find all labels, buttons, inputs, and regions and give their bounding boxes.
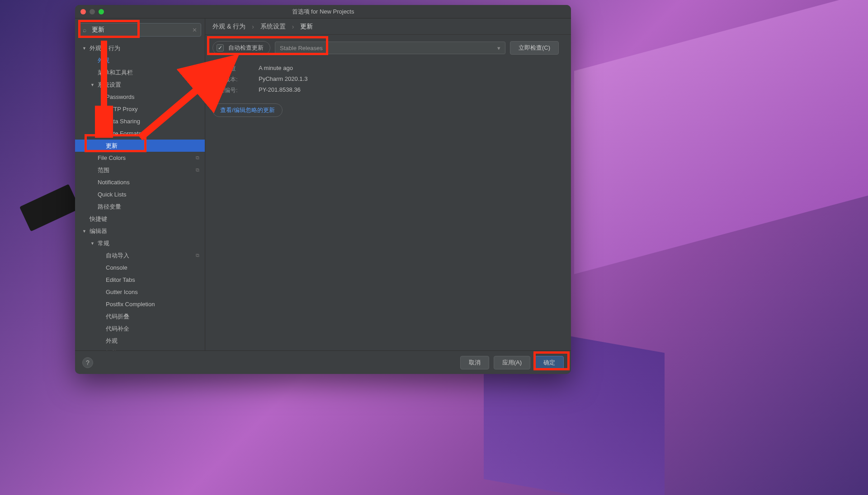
zoom-icon[interactable] xyxy=(99,9,104,14)
sidebar-item-label: HTTP Proxy xyxy=(106,106,138,112)
sidebar-item[interactable]: Postfix Completion xyxy=(75,298,205,310)
sidebar-item-label: Postfix Completion xyxy=(106,301,155,308)
crumb-root[interactable]: 外观 & 行为 xyxy=(212,23,245,31)
main-panel: 外观 & 行为 › 系统设置 › 更新 ✓ 自动检查更新 Stable Rele… xyxy=(205,19,571,350)
search-field[interactable]: ⌕ ✕ xyxy=(79,23,201,37)
sidebar-item-label: 系统设置 xyxy=(98,81,121,89)
sidebar-item-label: 外观 xyxy=(106,337,118,345)
sidebar-item-label: Gutter Icons xyxy=(106,289,138,295)
crumb-current: 更新 xyxy=(300,23,313,31)
project-level-icon: ⧉ xyxy=(196,167,199,173)
sidebar-item-label: 编辑器 xyxy=(90,227,107,235)
build-number-value: PY-201.8538.36 xyxy=(259,86,564,94)
sidebar-item[interactable]: Notifications xyxy=(75,176,205,188)
project-level-icon: ⧉ xyxy=(196,155,199,161)
auto-check-updates-toggle[interactable]: ✓ 自动检查更新 xyxy=(212,41,270,55)
disclosure-triangle-icon: ▼ xyxy=(90,83,96,87)
sidebar-item-label: 外观 & 行为 xyxy=(90,44,120,52)
sidebar-item-label: 常规 xyxy=(98,239,109,248)
sidebar-item-label: 更新 xyxy=(106,142,118,150)
update-info: 上次检查 A minute ago 当前版本: PyCharm 2020.1.3… xyxy=(212,65,564,94)
chevron-down-icon: ▾ xyxy=(497,45,500,51)
preferences-window: 首选项 for New Projects ⌕ ✕ ▼外观 & 行为外观菜单和工具… xyxy=(75,5,571,374)
sidebar-item-label: 智能 Keys xyxy=(106,349,132,351)
disclosure-triangle-icon: ▼ xyxy=(90,241,96,246)
sidebar-item-label: File Colors xyxy=(98,154,126,161)
current-version-label: 当前版本: xyxy=(212,75,250,84)
crumb-parent[interactable]: 系统设置 xyxy=(260,23,286,31)
sidebar-item-label: 路径变量 xyxy=(98,203,121,211)
sidebar-item[interactable]: ▼常规 xyxy=(75,237,205,249)
disclosure-triangle-icon: ▼ xyxy=(82,229,88,233)
sidebar-item-label: 菜单和工具栏 xyxy=(98,69,133,77)
sidebar-item[interactable]: 路径变量 xyxy=(75,201,205,213)
sidebar-item-label: Console xyxy=(106,264,127,271)
last-check-label: 上次检查 xyxy=(212,65,250,73)
ok-button[interactable]: 确定 xyxy=(535,356,564,369)
dialog-footer: ? 取消 应用(A) 确定 xyxy=(75,350,571,374)
search-icon: ⌕ xyxy=(83,26,86,33)
sidebar-item[interactable]: Passwords xyxy=(75,91,205,103)
sidebar-item[interactable]: File Colors⧉ xyxy=(75,152,205,164)
sidebar-item-label: Quick Lists xyxy=(98,191,127,198)
channel-value: Stable Releases xyxy=(280,45,323,51)
settings-tree[interactable]: ▼外观 & 行为外观菜单和工具栏▼系统设置PasswordsHTTP Proxy… xyxy=(75,41,205,350)
check-now-button[interactable]: 立即检查(C) xyxy=(510,41,559,55)
sidebar-item[interactable]: ▼智能 Keys xyxy=(75,347,205,350)
sidebar-item[interactable]: Console xyxy=(75,262,205,274)
sidebar-item[interactable]: 外观 xyxy=(75,335,205,347)
clear-icon[interactable]: ✕ xyxy=(192,27,197,33)
window-title: 首选项 for New Projects xyxy=(75,8,571,16)
chevron-right-icon: › xyxy=(292,23,294,30)
checkbox-checked-icon: ✓ xyxy=(217,44,224,51)
project-level-icon: ⧉ xyxy=(196,252,199,258)
help-button[interactable]: ? xyxy=(82,357,93,368)
sidebar-item[interactable]: Data Sharing xyxy=(75,115,205,127)
current-version-value: PyCharm 2020.1.3 xyxy=(259,75,564,84)
last-check-value: A minute ago xyxy=(259,65,564,73)
sidebar-item-label: 代码折叠 xyxy=(106,313,129,321)
sidebar-item[interactable]: Editor Tabs xyxy=(75,274,205,286)
sidebar-item-label: Editor Tabs xyxy=(106,276,135,283)
sidebar-item[interactable]: HTTP Proxy xyxy=(75,103,205,115)
sidebar-item-label: 外观 xyxy=(98,56,109,65)
sidebar-item[interactable]: Quick Lists xyxy=(75,188,205,201)
update-channel-select[interactable]: Stable Releases ▾ xyxy=(275,42,505,54)
close-icon[interactable] xyxy=(80,9,86,14)
sidebar-item[interactable]: 自动导入⧉ xyxy=(75,249,205,262)
minimize-icon[interactable] xyxy=(90,9,95,14)
traffic-lights xyxy=(80,9,104,14)
chevron-right-icon: › xyxy=(252,23,254,30)
disclosure-triangle-icon: ▼ xyxy=(82,46,88,51)
sidebar-item-label: Data Sharing xyxy=(106,118,140,125)
sidebar-item-label: 自动导入 xyxy=(106,252,129,260)
breadcrumb: 外观 & 行为 › 系统设置 › 更新 xyxy=(205,19,571,35)
auto-check-label: 自动检查更新 xyxy=(228,44,264,52)
sidebar-item-label: 快捷键 xyxy=(90,215,107,223)
search-input[interactable] xyxy=(92,26,189,33)
sidebar-item[interactable]: 更新 xyxy=(75,140,205,152)
apply-button[interactable]: 应用(A) xyxy=(494,356,530,369)
sidebar-item[interactable]: 代码补全 xyxy=(75,322,205,335)
sidebar-item-label: 范围 xyxy=(98,166,109,174)
sidebar-item-label: Passwords xyxy=(106,93,135,100)
sidebar-item[interactable]: ▼外观 & 行为 xyxy=(75,42,205,54)
sidebar-item[interactable]: Date Formats xyxy=(75,127,205,140)
build-number-label: 构建编号: xyxy=(212,86,250,94)
sidebar-item-label: Date Formats xyxy=(106,130,142,137)
sidebar-item-label: 代码补全 xyxy=(106,325,129,333)
sidebar-item[interactable]: ▼系统设置 xyxy=(75,79,205,91)
sidebar-item[interactable]: 外观 xyxy=(75,54,205,66)
cancel-button[interactable]: 取消 xyxy=(460,356,489,369)
sidebar-item[interactable]: ▼编辑器 xyxy=(75,225,205,237)
titlebar[interactable]: 首选项 for New Projects xyxy=(75,5,571,19)
sidebar-item[interactable]: Gutter Icons xyxy=(75,286,205,298)
sidebar-item[interactable]: 代码折叠 xyxy=(75,310,205,322)
sidebar-item-label: Notifications xyxy=(98,179,130,186)
sidebar: ⌕ ✕ ▼外观 & 行为外观菜单和工具栏▼系统设置PasswordsHTTP P… xyxy=(75,19,205,350)
sidebar-item[interactable]: 菜单和工具栏 xyxy=(75,66,205,79)
sidebar-item[interactable]: 快捷键 xyxy=(75,213,205,225)
view-ignored-updates-link[interactable]: 查看/编辑忽略的更新 xyxy=(212,103,283,117)
sidebar-item[interactable]: 范围⧉ xyxy=(75,164,205,176)
